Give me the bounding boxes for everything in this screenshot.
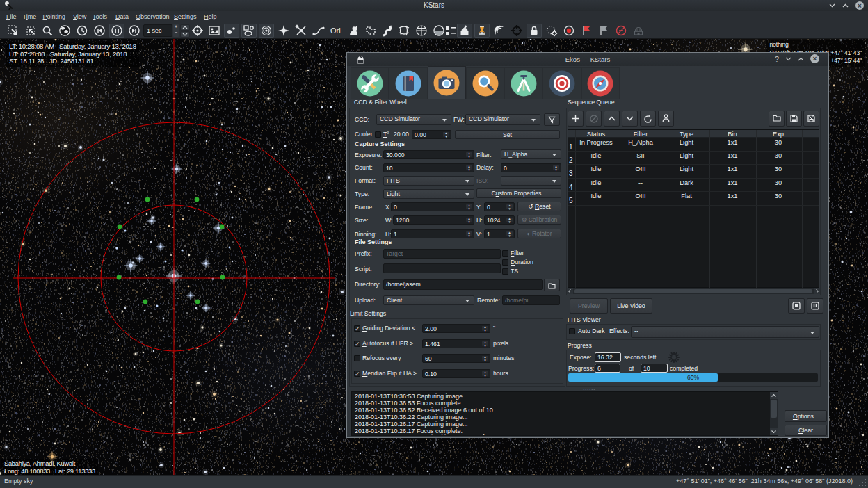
svg-text:Ori: Ori xyxy=(330,26,341,35)
